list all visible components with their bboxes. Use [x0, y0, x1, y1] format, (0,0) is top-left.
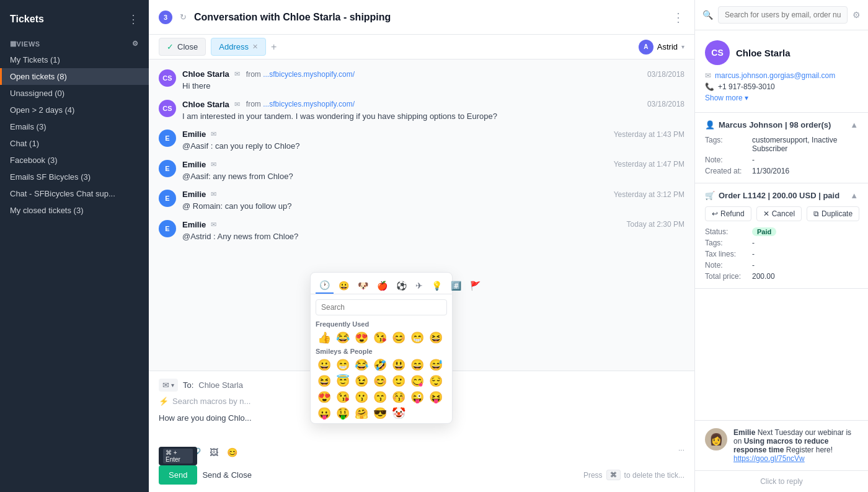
emoji-tab-objects[interactable]: 💡 — [428, 278, 446, 293]
emoji-kissing-heart2[interactable]: 😘 — [334, 390, 352, 405]
sidebar-item-my-tickets[interactable]: My Tickets (1) — [0, 51, 149, 68]
message-type-icon: ✉ — [234, 100, 240, 108]
tab-close[interactable]: ✓ Close — [159, 38, 206, 56]
tax-label: Tax lines: — [705, 250, 748, 258]
message-sender: Chloe Starla — [182, 100, 229, 109]
status-label: Status: — [705, 227, 748, 236]
emoji-smile[interactable]: 😄 — [409, 358, 426, 372]
sidebar-item-emails-sf[interactable]: Emails SF Bicycles (3) — [0, 169, 149, 185]
emoji-wink[interactable]: 😉 — [353, 374, 370, 389]
order-section-title: 🛒 Order L1142 | 200.00 USD | paid — [705, 191, 839, 200]
emoji-stuck-tongue[interactable]: 😛 — [316, 406, 333, 421]
sidebar-item-open-tickets[interactable]: Open tickets (8) — [0, 68, 149, 85]
emoji-kissing-closed[interactable]: 😚 — [390, 390, 407, 405]
tab-close-x-icon[interactable]: ✕ — [252, 43, 258, 51]
emoji-innocent[interactable]: 😇 — [334, 374, 352, 389]
topbar-title: Conversation with Chloe Starla - shippin… — [194, 12, 665, 23]
emoji-grinning[interactable]: 😀 — [316, 358, 333, 372]
emoji-tab-symbols[interactable]: #️⃣ — [447, 278, 465, 293]
views-settings-icon[interactable]: ⚙ — [132, 40, 139, 48]
notification-bar: 👩 Emilie Next Tuesday our webinar is on … — [695, 420, 868, 470]
emoji-money[interactable]: 🤑 — [334, 406, 352, 421]
customer-info: ✉ marcus.johnson.gorgias@gmail.com 📞 +1 … — [705, 71, 858, 102]
emoji-laughing[interactable]: 😆 — [427, 330, 445, 345]
emoji-kissing-heart[interactable]: 😘 — [371, 330, 389, 345]
search-bar: 🔍 ⚙ — [695, 0, 868, 30]
sidebar-item-chat[interactable]: Chat (1) — [0, 135, 149, 152]
emoji-wink-tongue[interactable]: 😜 — [409, 390, 426, 405]
emoji-kissing-smiling[interactable]: 😙 — [371, 390, 389, 405]
message-text: I am interested in your tandem. I was wo… — [182, 110, 684, 123]
emoji-picker[interactable]: 🕐 😀 🐶 🍎 ⚽ ✈ 💡 #️⃣ 🚩 Frequently Used 👍 — [310, 272, 453, 424]
send-close-button[interactable]: Send & Close — [202, 470, 252, 480]
section-chevron-icon[interactable]: ▲ — [850, 120, 858, 130]
tab-assignee[interactable]: A Astrid ▾ — [639, 40, 684, 55]
sidebar-menu-icon[interactable]: ⋮ — [128, 12, 139, 26]
emoji-blush2[interactable]: 😊 — [371, 374, 389, 389]
emoji-thumbsup[interactable]: 👍 — [316, 330, 333, 345]
emoji-tab-animals[interactable]: 🐶 — [354, 278, 372, 293]
emoji-tab-recent[interactable]: 🕐 — [316, 278, 334, 294]
emoji-relieved[interactable]: 😌 — [427, 374, 445, 389]
refund-button[interactable]: ↩ Refund — [705, 206, 751, 221]
gear-icon[interactable]: ⚙ — [852, 10, 861, 20]
emoji-heart-eyes[interactable]: 😍 — [353, 330, 370, 345]
emoji-sweat-smile[interactable]: 😅 — [427, 358, 445, 372]
emoji-sunglasses[interactable]: 😎 — [371, 406, 389, 421]
emoji-tab-activities[interactable]: ⚽ — [392, 278, 410, 293]
sidebar-views-section: ▦ VIEWS ⚙ My Tickets (1) Open tickets (8… — [0, 33, 149, 221]
sidebar-item-closed[interactable]: My closed tickets (3) — [0, 202, 149, 219]
emoji-rofl[interactable]: 🤣 — [371, 358, 389, 372]
emoji-joy[interactable]: 😂 — [334, 330, 352, 345]
tab-add-icon[interactable]: + — [271, 42, 277, 53]
search-input[interactable] — [718, 6, 848, 24]
topbar-refresh-icon[interactable]: ↻ — [180, 12, 187, 22]
emoji-blush[interactable]: 😊 — [390, 330, 407, 345]
emoji-joy2[interactable]: 😂 — [353, 358, 370, 372]
emoji-grin2[interactable]: 😁 — [334, 358, 352, 372]
cancel-button[interactable]: ✕ Cancel — [756, 206, 802, 221]
topbar-more-icon[interactable]: ⋮ — [672, 10, 684, 25]
emoji-tab-flags[interactable]: 🚩 — [466, 278, 484, 293]
refund-icon: ↩ — [712, 209, 718, 218]
avatar: E — [159, 220, 176, 237]
emoji-slight-smile[interactable]: 🙂 — [390, 374, 407, 389]
tab-address[interactable]: Address ✕ — [211, 38, 266, 56]
sidebar-item-open-2days[interactable]: Open > 2 days (4) — [0, 102, 149, 118]
emoji-icon[interactable]: 😊 — [225, 446, 239, 459]
emoji-hugging[interactable]: 🤗 — [353, 406, 370, 421]
message-type-icon: ✉ — [234, 70, 240, 78]
show-more-button[interactable]: Show more ▾ — [705, 94, 858, 102]
click-to-reply[interactable]: Click to reply — [695, 470, 868, 492]
order-tags-label: Tags: — [705, 239, 748, 247]
sidebar-item-unassigned[interactable]: Unassigned (0) — [0, 85, 149, 102]
emoji-laughing2[interactable]: 😆 — [316, 374, 333, 389]
emoji-heart-eyes2[interactable]: 😍 — [316, 390, 333, 405]
emoji-tab-travel[interactable]: ✈ — [412, 278, 427, 293]
emoji-search-input[interactable] — [316, 299, 447, 315]
compose-channel-icon[interactable]: ✉ ▾ — [159, 379, 178, 392]
emoji-kissing[interactable]: 😗 — [353, 390, 370, 405]
send-button[interactable]: Send — [159, 465, 197, 485]
sidebar-item-emails[interactable]: Emails (3) — [0, 118, 149, 135]
emoji-clown[interactable]: 🤡 — [390, 406, 407, 421]
order-section-header: 🛒 Order L1142 | 200.00 USD | paid ▲ — [705, 191, 858, 200]
sidebar-item-facebook[interactable]: Facebook (3) — [0, 152, 149, 169]
emoji-yum[interactable]: 😋 — [409, 374, 426, 389]
duplicate-button[interactable]: ⧉ Duplicate — [807, 206, 859, 221]
emoji-smiley[interactable]: 😃 — [390, 358, 407, 372]
emoji-tab-smileys[interactable]: 😀 — [335, 278, 353, 293]
emoji-tab-food[interactable]: 🍎 — [373, 278, 391, 293]
message-content: Chloe Starla ✉ from ...sfbicycles.myshop… — [182, 100, 684, 123]
emoji-grin[interactable]: 😁 — [409, 330, 426, 345]
section-title-text: Marcus Johnson | 98 order(s) — [719, 120, 831, 130]
message-row: E Emilie ✉ Yesterday at 1:47 PM @Aasif: … — [159, 160, 684, 183]
customer-email[interactable]: marcus.johnson.gorgias@gmail.com — [715, 71, 835, 80]
order-chevron-icon[interactable]: ▲ — [850, 191, 858, 200]
avatar: CS — [159, 100, 176, 117]
message-content: Emilie ✉ Today at 2:30 PM @Astrid : Any … — [182, 220, 684, 243]
image-icon[interactable]: 🖼 — [208, 446, 220, 459]
emoji-stuck-tongue-closed[interactable]: 😝 — [427, 390, 445, 405]
section-title: 👤 Marcus Johnson | 98 order(s) — [705, 120, 831, 130]
sidebar-item-chat-sf[interactable]: Chat - SFBicycles Chat sup... — [0, 185, 149, 202]
